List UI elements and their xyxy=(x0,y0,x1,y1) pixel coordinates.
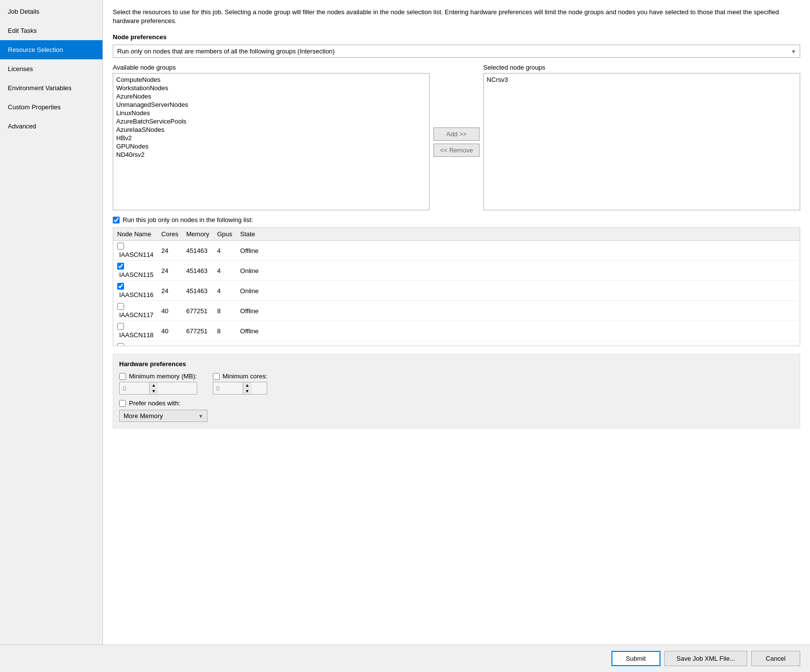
sidebar-item-edit-tasks[interactable]: Edit Tasks xyxy=(0,21,102,40)
row-checkbox[interactable] xyxy=(117,283,124,290)
list-item[interactable]: UnmanagedServerNodes xyxy=(115,100,427,109)
min-cores-checkbox[interactable] xyxy=(213,373,220,380)
prefer-dropdown-wrapper: More MemoryMore CoresLess MemoryLess Cor… xyxy=(119,410,207,422)
node-table-scroll[interactable]: Node NameCoresMemoryGpusState IAASCN1142… xyxy=(113,228,800,346)
spinner-arrows-memory: ▲ ▼ xyxy=(149,382,158,394)
list-item[interactable]: AzureIaaSNodes xyxy=(115,125,427,134)
min-memory-label[interactable]: Minimum memory (MB): xyxy=(119,373,197,380)
sidebar-item-advanced[interactable]: Advanced xyxy=(0,117,102,136)
sidebar-item-job-details[interactable]: Job Details xyxy=(0,2,102,21)
row-checkbox-cell[interactable]: IAASCN119 xyxy=(113,341,157,346)
hardware-preferences-section: Hardware preferences Minimum memory (MB)… xyxy=(113,354,800,428)
hw-title: Hardware preferences xyxy=(119,360,794,368)
prefer-nodes-row: Prefer nodes with: More MemoryMore Cores… xyxy=(119,399,794,422)
min-cores-field: Minimum cores: ▲ ▼ xyxy=(213,373,268,395)
run-only-label[interactable]: Run this job only on nodes in the follow… xyxy=(123,216,253,224)
row-node-name: IAASCN114 xyxy=(119,251,153,258)
run-only-row: Run this job only on nodes in the follow… xyxy=(113,216,800,224)
row-cell-extra xyxy=(262,301,800,321)
available-groups-list[interactable]: ComputeNodesWorkstationNodesAzureNodesUn… xyxy=(113,73,430,210)
sidebar-item-licenses[interactable]: Licenses xyxy=(0,59,102,78)
list-item[interactable]: AzureNodes xyxy=(115,92,427,100)
min-memory-field: Minimum memory (MB): ▲ ▼ xyxy=(119,373,197,395)
row-cell: 451463 xyxy=(182,261,213,281)
add-button[interactable]: Add >> xyxy=(433,127,479,141)
list-item[interactable]: WorkstationNodes xyxy=(115,84,427,92)
min-memory-checkbox[interactable] xyxy=(119,373,126,380)
table-row: IAASCN116244514634Online xyxy=(113,281,800,301)
row-checkbox-cell[interactable]: IAASCN117 xyxy=(113,301,157,321)
table-header-extra xyxy=(262,228,800,241)
row-node-name: IAASCN116 xyxy=(119,291,153,299)
row-node-name: IAASCN118 xyxy=(119,331,153,339)
table-header-Node Name: Node Name xyxy=(113,228,157,241)
save-xml-button[interactable]: Save Job XML File... xyxy=(664,651,747,666)
submit-button[interactable]: Submit xyxy=(611,651,660,666)
min-memory-input[interactable] xyxy=(120,383,149,394)
row-checkbox-cell[interactable]: IAASCN118 xyxy=(113,321,157,341)
add-remove-buttons-group: Add >> << Remove xyxy=(433,127,479,157)
row-cell: 24 xyxy=(157,241,182,261)
spinner-up-cores[interactable]: ▲ xyxy=(243,382,252,388)
spinner-up-memory[interactable]: ▲ xyxy=(150,382,158,388)
selected-groups-list[interactable]: NCrsv3 xyxy=(483,73,800,210)
row-cell: Offline xyxy=(236,341,263,346)
table-row: IAASCN117406772518Offline xyxy=(113,301,800,321)
prefer-dropdown[interactable]: More MemoryMore CoresLess MemoryLess Cor… xyxy=(119,410,207,422)
list-item[interactable]: LinuxNodes xyxy=(115,109,427,117)
list-item[interactable]: ND40rsv2 xyxy=(115,150,427,159)
min-cores-spinner: ▲ ▼ xyxy=(213,382,268,395)
row-cell: 8 xyxy=(213,341,236,346)
spinner-down-memory[interactable]: ▼ xyxy=(150,388,158,394)
main-content: Select the resources to use for this job… xyxy=(103,0,810,645)
row-cell: 4 xyxy=(213,281,236,301)
row-checkbox[interactable] xyxy=(117,303,124,310)
table-header-Gpus: Gpus xyxy=(213,228,236,241)
row-cell: 8 xyxy=(213,321,236,341)
selected-groups-panel: Selected node groups NCrsv3 xyxy=(483,64,800,210)
row-checkbox[interactable] xyxy=(117,243,124,249)
hw-row-memory-cores: Minimum memory (MB): ▲ ▼ Minimum cores: xyxy=(119,373,794,395)
row-cell: Offline xyxy=(236,321,263,341)
row-cell: 677251 xyxy=(182,321,213,341)
list-item[interactable]: NCrsv3 xyxy=(486,75,798,84)
spinner-arrows-cores: ▲ ▼ xyxy=(243,382,252,394)
list-item[interactable]: HBv2 xyxy=(115,134,427,142)
row-checkbox-cell[interactable]: IAASCN115 xyxy=(113,261,157,281)
row-checkbox[interactable] xyxy=(117,343,124,346)
min-cores-input[interactable] xyxy=(213,383,243,394)
prefer-nodes-label[interactable]: Prefer nodes with: xyxy=(119,399,794,407)
selected-groups-label: Selected node groups xyxy=(483,64,800,71)
run-only-checkbox[interactable] xyxy=(113,217,120,224)
row-cell-extra xyxy=(262,281,800,301)
node-preferences-dropdown[interactable]: Run only on nodes that are members of al… xyxy=(113,45,800,58)
row-cell: 451463 xyxy=(182,281,213,301)
table-header-State: State xyxy=(236,228,263,241)
sidebar-item-environment-variables[interactable]: Environment Variables xyxy=(0,78,102,98)
table-header-Cores: Cores xyxy=(157,228,182,241)
prefer-nodes-checkbox[interactable] xyxy=(119,400,126,407)
row-checkbox-cell[interactable]: IAASCN116 xyxy=(113,281,157,301)
spinner-down-cores[interactable]: ▼ xyxy=(243,388,252,394)
list-item[interactable]: GPUNodes xyxy=(115,142,427,150)
min-cores-label[interactable]: Minimum cores: xyxy=(213,373,268,380)
list-item[interactable]: AzureBatchServicePools xyxy=(115,117,427,125)
row-checkbox-cell[interactable]: IAASCN114 xyxy=(113,241,157,261)
node-preferences-label: Node preferences xyxy=(113,33,800,41)
row-cell-extra xyxy=(262,341,800,346)
row-checkbox[interactable] xyxy=(117,323,124,330)
sidebar-item-resource-selection[interactable]: Resource Selection xyxy=(0,40,102,59)
sidebar-item-custom-properties[interactable]: Custom Properties xyxy=(0,98,102,117)
node-groups-section: Available node groups ComputeNodesWorkst… xyxy=(113,64,800,210)
footer: Submit Save Job XML File... Cancel xyxy=(0,645,810,672)
row-cell-extra xyxy=(262,241,800,261)
list-item[interactable]: ComputeNodes xyxy=(115,75,427,84)
table-row: IAASCN119406772518Offline xyxy=(113,341,800,346)
node-table-header: Node NameCoresMemoryGpusState xyxy=(113,228,800,241)
row-cell-extra xyxy=(262,261,800,281)
row-cell: 677251 xyxy=(182,301,213,321)
row-checkbox[interactable] xyxy=(117,263,124,270)
remove-button[interactable]: << Remove xyxy=(433,144,479,157)
row-cell: 4 xyxy=(213,261,236,281)
cancel-button[interactable]: Cancel xyxy=(751,651,800,666)
